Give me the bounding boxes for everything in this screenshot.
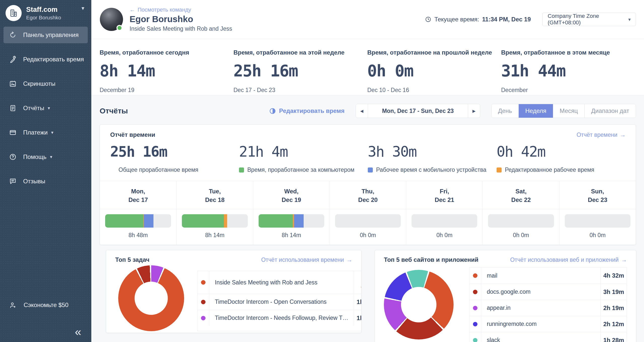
day-column-tue[interactable]: Tue,Dec 18 8h 14m — [176, 181, 253, 245]
day-column-fri[interactable]: Fri,Dec 21 0h 0m — [406, 181, 482, 245]
edit-time-label: Редактировать время — [279, 107, 344, 114]
day-bar — [259, 214, 324, 228]
reports-icon — [9, 104, 23, 112]
day-total: 0h 0m — [335, 232, 401, 239]
section-title: Отчёты — [100, 107, 128, 115]
stat-value: 31h 44m — [501, 62, 635, 80]
company-logo — [6, 5, 22, 21]
table-row[interactable]: docs.google.com 3h 19m — [469, 284, 627, 300]
screenshots-icon — [9, 80, 23, 88]
table-row[interactable]: slack 1h 28m — [469, 332, 627, 342]
range-month-button[interactable]: Месяц — [553, 104, 584, 118]
date-range-value[interactable]: Mon, Dec 17 - Sun, Dec 23 — [368, 104, 468, 118]
back-to-team-link[interactable]: ← Посмотреть команду — [130, 7, 191, 13]
donut-hole — [135, 282, 168, 315]
brand-title: Staff.com — [26, 6, 61, 14]
series-dot — [473, 290, 477, 294]
topbar: ← Посмотреть команду Egor Borushko Insid… — [91, 0, 644, 39]
table-row[interactable]: TimeDoctor Intercom - Needs Followup, Re… — [197, 310, 361, 326]
timezone-value: Company Time Zone (GMT+08:00) — [548, 13, 628, 26]
time-summary: 25h 16m Общее проработанное время 21h 4m… — [100, 138, 636, 181]
legend-chip-orange — [497, 167, 502, 173]
day-column-mon[interactable]: Mon,Dec 17 8h 48m — [100, 181, 176, 245]
save-money-link[interactable]: Сэкономьте $50 — [0, 297, 91, 313]
range-custom-button[interactable]: Диапазон дат — [584, 104, 636, 118]
sidebar-item-feedback[interactable]: Отзывы — [4, 173, 88, 190]
timezone-select[interactable]: Company Time Zone (GMT+08:00) ▾ — [542, 13, 636, 26]
current-time: Текущее время: 11:34 PM, Dec 19 — [425, 16, 531, 23]
day-total: 0h 0m — [412, 232, 477, 239]
legend-chip-blue — [368, 167, 373, 173]
table-row[interactable]: appear.in 2h 19m — [469, 300, 627, 316]
series-dot — [473, 338, 477, 342]
prev-week-button[interactable]: ◀ — [356, 104, 368, 118]
range-day-button[interactable]: День — [492, 104, 518, 118]
page-title: Egor Borushko — [130, 14, 232, 24]
day-column-thu[interactable]: Thu,Dec 20 0h 0m — [330, 181, 406, 245]
summary-total: 25h 16m Общее проработанное время — [110, 143, 239, 173]
collapse-sidebar-icon[interactable]: « — [75, 325, 81, 338]
arrow-right-icon: → — [620, 132, 626, 138]
sidebar-item-label: Панель управления — [23, 31, 78, 38]
arrow-left-icon: ← — [130, 7, 135, 13]
day-total: 0h 0m — [488, 232, 554, 239]
sidebar-item-label: Редактировать время — [23, 56, 84, 63]
stat-value: 0h 0m — [367, 62, 501, 80]
sidebar-item-help[interactable]: Помощь ▾ — [4, 149, 88, 165]
edit-time-link[interactable]: Редактировать время — [269, 107, 344, 114]
donut-hole — [401, 287, 436, 322]
stats-row: Время, отработанное сегодня 8h 14m Decem… — [91, 39, 644, 95]
apps-table: mail 4h 32m docs.google.com 3h 19m appea… — [469, 267, 627, 342]
stat-value: 8h 14m — [100, 62, 233, 80]
sidebar-item-reports[interactable]: Отчёты ▾ — [4, 100, 88, 116]
series-dot — [473, 273, 477, 278]
series-dot — [201, 316, 206, 320]
stat-this-month: Время, отработанное в этом месяце 31h 44… — [501, 49, 635, 95]
sidebar-item-screenshots[interactable]: Скриншоты — [4, 75, 88, 92]
sidebar-item-dashboard[interactable]: Панель управления — [4, 27, 88, 43]
web-app-usage-report-link[interactable]: Отчёт использования веб и приложений → — [510, 256, 627, 263]
time-usage-report-link[interactable]: Отчёт использования времени → — [261, 256, 352, 263]
sidebar-item-label: Скриншоты — [23, 80, 55, 87]
sidebar-nav: Панель управления Редактировать время — [0, 27, 91, 190]
chevron-down-icon: ▾ — [48, 105, 50, 111]
summary-computer: 21h 4m Время, проработанное за компьютер… — [239, 143, 368, 173]
next-week-button[interactable]: ▶ — [468, 104, 480, 118]
building-icon — [9, 9, 18, 17]
tasks-donut-chart — [118, 265, 184, 331]
day-column-sat[interactable]: Sat,Dec 22 0h 0m — [482, 181, 559, 245]
sidebar-item-label: Отчёты — [23, 105, 44, 112]
day-column-sun[interactable]: Sun,Dec 23 0h 0m — [559, 181, 636, 245]
credit-card-icon — [9, 129, 23, 136]
sidebar-item-label: Помощь — [23, 153, 47, 160]
stat-last-week: Время, отработанное на прошлой неделе 0h… — [367, 49, 501, 95]
day-column-wed[interactable]: Wed,Dec 19 8h 14m — [253, 181, 330, 245]
brand[interactable]: Staff.com Egor Borushko ▾ — [0, 0, 91, 25]
table-row[interactable]: runningremote.com 2h 12m — [469, 316, 627, 332]
sidebar-item-edit-time[interactable]: Редактировать время — [4, 51, 88, 68]
stat-today: Время, отработанное сегодня 8h 14m Decem… — [100, 49, 233, 95]
brand-caret-icon[interactable]: ▾ — [82, 5, 84, 12]
table-row[interactable]: Inside Sales Meeting with Rob and Jess 2… — [197, 271, 361, 294]
card-title: Отчёт времени — [110, 131, 155, 138]
table-row[interactable]: mail 4h 32m — [469, 268, 627, 284]
chevron-down-icon: ▾ — [51, 130, 53, 135]
time-report-link[interactable]: Отчёт времени → — [577, 132, 626, 138]
day-total: 0h 0m — [565, 232, 630, 239]
range-week-button[interactable]: Неделя — [518, 104, 553, 118]
current-time-value: 11:34 PM, Dec 19 — [482, 16, 531, 23]
arrow-right-icon: → — [346, 256, 352, 263]
sidebar-item-label: Отзывы — [23, 178, 45, 185]
half-clock-icon — [269, 108, 276, 114]
history-icon — [9, 31, 23, 39]
stat-value: 25h 16m — [233, 62, 367, 80]
sidebar-bottom: Сэкономьте $50 « — [0, 297, 91, 342]
time-report-card: Отчёт времени Отчёт времени → 25h 16m Об… — [100, 124, 636, 245]
week-bars: Mon,Dec 17 8h 48m Tue,Dec 18 8h 14m Wed,… — [100, 181, 636, 245]
table-row[interactable]: TimeDoctor Intercom - Open Conversations… — [197, 294, 361, 310]
user-avatar — [100, 8, 123, 31]
sidebar-item-payments[interactable]: Платежи ▾ — [4, 124, 88, 141]
main: ← Посмотреть команду Egor Borushko Insid… — [91, 0, 644, 342]
online-status-dot — [116, 25, 123, 31]
card-title: Топ 5 веб сайтов и приложений — [384, 256, 478, 263]
